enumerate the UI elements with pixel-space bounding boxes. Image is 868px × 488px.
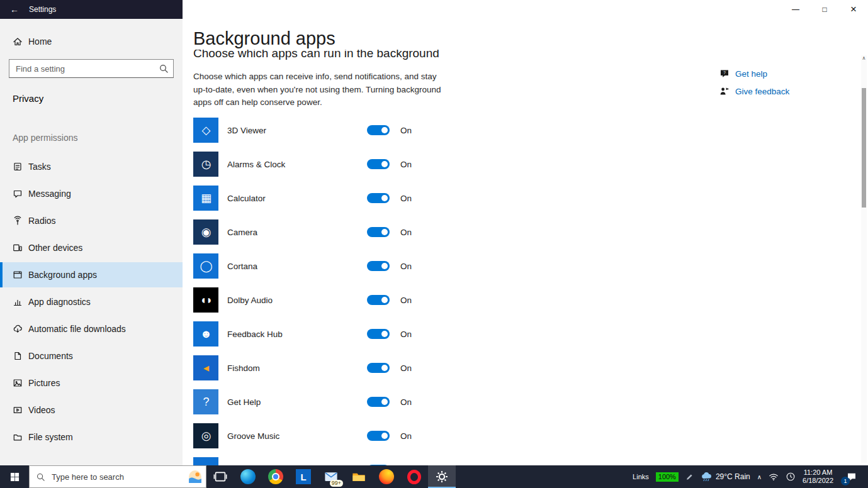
task-view-icon <box>213 469 228 484</box>
fishdom-toggle[interactable] <box>367 363 390 373</box>
settings-window: ← Settings Home Privacy App permissions … <box>0 0 868 465</box>
taskbar-opera-button[interactable] <box>400 465 428 488</box>
3d-viewer-app-icon: ◇ <box>193 118 218 143</box>
home-label: Home <box>28 36 52 47</box>
toggle-knob <box>381 229 388 235</box>
clock-sync-icon[interactable] <box>786 472 796 482</box>
sidebar-item-label: Radios <box>28 216 56 226</box>
app-icon-glyph: ◂ <box>203 362 208 374</box>
sidebar-item-label: Automatic file downloads <box>28 324 126 334</box>
search-highlights-icon[interactable] <box>188 470 202 484</box>
app-name: Fishdom <box>227 363 367 373</box>
app-name: Camera <box>227 228 367 237</box>
app-row-cortana: ◯CortanaOn <box>193 253 868 279</box>
taskbar-edge-button[interactable] <box>234 465 262 488</box>
search-input[interactable] <box>9 59 174 78</box>
start-button[interactable] <box>0 465 29 488</box>
find-setting-search <box>9 59 174 78</box>
sidebar-item-videos[interactable]: Videos <box>0 397 183 423</box>
toggle-knob <box>381 161 388 167</box>
calculator-toggle[interactable] <box>367 193 390 203</box>
app-icon-glyph: ◉ <box>201 226 211 238</box>
wifi-icon[interactable] <box>769 472 779 482</box>
groove-music-toggle[interactable] <box>367 431 390 441</box>
sidebar-item-label: Background apps <box>28 270 97 280</box>
sidebar-item-home[interactable]: Home <box>0 30 183 53</box>
pen-icon[interactable] <box>685 473 694 481</box>
taskbar-task-view-button[interactable] <box>206 465 234 488</box>
sidebar-item-tasks[interactable]: Tasks <box>0 154 183 179</box>
alarms-clock-toggle[interactable] <box>367 159 390 169</box>
hidden-icons-chevron[interactable]: ∧ <box>757 474 762 480</box>
scrolled-subtitle-clip: Choose which apps can run in the backgro… <box>193 50 868 60</box>
taskbar-search-input[interactable] <box>50 472 183 482</box>
app-row-intel-graphics-command-center: ▣Intel® Graphics Command CenterOn <box>193 457 868 465</box>
battery-meter-badge[interactable]: 100% <box>656 472 679 482</box>
app-icon-glyph: ◎ <box>201 430 211 441</box>
sidebar-item-label: Tasks <box>28 162 51 172</box>
get-help-toggle[interactable] <box>367 397 390 407</box>
taskbar-chrome-button[interactable] <box>262 465 290 488</box>
file-system-icon <box>13 432 23 442</box>
get-help-icon: ? <box>719 69 730 79</box>
sidebar-item-label: Messaging <box>28 189 71 199</box>
toggle-state-label: On <box>400 262 412 271</box>
page-description: Choose which apps can receive info, send… <box>193 70 444 109</box>
other-devices-icon <box>13 243 23 253</box>
sidebar-item-app-diagnostics[interactable]: App diagnostics <box>0 289 183 314</box>
taskbar-apps: L99+ <box>206 465 456 488</box>
sidebar-item-other-devices[interactable]: Other devices <box>0 235 183 260</box>
toggle-state-label: On <box>400 194 412 203</box>
messaging-icon <box>13 189 23 199</box>
cortana-toggle[interactable] <box>367 261 390 271</box>
maximize-button[interactable]: □ <box>810 0 839 19</box>
sidebar-item-background-apps[interactable]: Background apps <box>0 262 183 287</box>
toggle-state-label: On <box>400 431 412 441</box>
taskbar-mail-button[interactable]: 99+ <box>317 465 345 488</box>
content-area: — □ × Background apps Choose which apps … <box>183 0 868 465</box>
sidebar-item-radios[interactable]: Radios <box>0 208 183 233</box>
camera-toggle[interactable] <box>367 227 390 237</box>
weather-widget[interactable]: 29°C Rain <box>701 471 750 482</box>
app-name: 3D Viewer <box>227 126 367 135</box>
toggle-knob <box>381 433 388 439</box>
toggle-state-label: On <box>400 296 412 305</box>
taskbar: L99+ Links 100% 29°C Rain ∧ 11:20 AM 6/1… <box>0 465 868 488</box>
app-name: Cortana <box>227 262 367 271</box>
give-feedback-link[interactable]: Give feedback <box>719 82 789 100</box>
opera-icon <box>407 469 422 484</box>
links-toolbar-label[interactable]: Links <box>633 473 649 480</box>
taskbar-firefox-button[interactable] <box>373 465 400 488</box>
edge-icon <box>240 469 256 484</box>
sidebar-item-messaging[interactable]: Messaging <box>0 181 183 206</box>
taskbar-l-tile-button[interactable]: L <box>290 465 317 488</box>
sidebar-item-automatic-file-downloads[interactable]: Automatic file downloads <box>0 316 183 341</box>
get-help-link[interactable]: ?Get help <box>719 65 789 82</box>
taskbar-settings-button[interactable] <box>428 465 456 488</box>
search-icon[interactable] <box>159 64 169 74</box>
scrollbar[interactable]: ∧ <box>861 55 867 463</box>
system-tray: Links 100% 29°C Rain ∧ 11:20 AM 6/18/202… <box>633 465 868 488</box>
sidebar-item-file-system[interactable]: File system <box>0 424 183 450</box>
action-center-button[interactable]: 1 <box>840 465 863 488</box>
sidebar-item-pictures[interactable]: Pictures <box>0 370 183 396</box>
app-icon-glyph: ☻ <box>200 328 211 340</box>
feedback-hub-toggle[interactable] <box>367 329 390 339</box>
clock-time: 11:20 AM <box>804 469 833 477</box>
taskbar-search[interactable] <box>29 465 206 488</box>
svg-text:?: ? <box>723 70 726 75</box>
close-button[interactable]: × <box>839 0 868 19</box>
app-icon-glyph: ◇ <box>202 125 210 136</box>
scrollbar-up-arrow[interactable]: ∧ <box>861 55 867 61</box>
back-button[interactable]: ← <box>0 0 29 19</box>
taskbar-clock[interactable]: 11:20 AM 6/18/2022 <box>803 469 833 485</box>
taskbar-file-explorer-button[interactable] <box>345 465 373 488</box>
minimize-button[interactable]: — <box>781 0 810 19</box>
3d-viewer-toggle[interactable] <box>367 125 390 135</box>
file-explorer-icon <box>351 469 366 484</box>
window-title: Settings <box>29 5 56 14</box>
l-tile-icon: L <box>296 469 311 484</box>
scrollbar-thumb[interactable] <box>862 88 866 208</box>
dolby-audio-toggle[interactable] <box>367 295 390 305</box>
sidebar-item-documents[interactable]: Documents <box>0 343 183 369</box>
